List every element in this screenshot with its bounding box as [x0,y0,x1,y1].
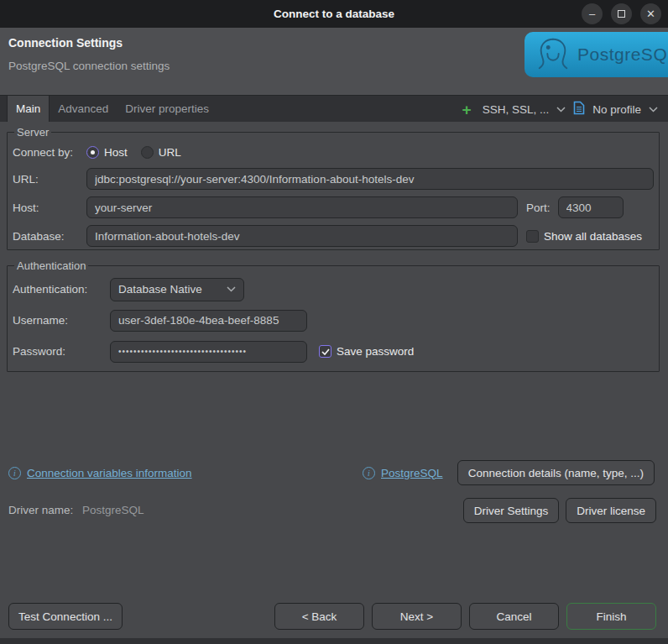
profile-document-icon[interactable] [573,101,585,118]
maximize-icon [618,10,625,18]
save-password-label: Save password [337,345,414,358]
dialog-header: Connection Settings PostgreSQL connectio… [0,28,668,95]
driver-row: Driver name: PostgreSQL Driver Settings … [0,498,668,523]
window-bottom-edge [0,638,668,644]
profile-dropdown[interactable]: No profile [592,103,641,116]
check-icon [321,348,330,355]
connect-dialog: Connect to a database – ✕ Connection Set… [0,0,668,644]
tab-advanced[interactable]: Advanced [50,96,117,122]
postgresql-badge: PostgreSQL [524,32,668,77]
info-icon: i [8,467,21,479]
save-password-checkbox[interactable]: Save password [319,345,414,358]
url-row: URL: [13,165,654,193]
checkbox-checked-icon [319,345,331,358]
username-input[interactable] [110,310,307,332]
postgresql-logo-text: PostgreSQL [577,45,668,65]
chevron-down-icon [227,286,236,292]
connect-by-host-option[interactable]: Host [86,146,128,159]
host-label: Host: [13,202,86,214]
server-group-legend: Server [14,126,51,139]
tab-driver-properties[interactable]: Driver properties [117,96,217,122]
test-connection-button[interactable]: Test Connection ... [8,603,123,630]
links-row: i Connection variables information i Pos… [0,460,668,485]
driver-name-value: PostgreSQL [82,504,144,516]
chevron-down-icon[interactable] [649,107,658,113]
show-all-databases-label: Show all databases [544,230,642,243]
info-icon: i [363,467,375,479]
driver-settings-button[interactable]: Driver Settings [463,498,560,523]
username-row: Username: [13,305,654,336]
authentication-row: Authentication: Database Native [13,274,654,305]
page-subtitle: PostgreSQL connection settings [8,60,170,72]
tab-main[interactable]: Main [7,96,50,122]
server-group: Server Connect by: Host URL URL: Host: [7,126,660,250]
next-button[interactable]: Next > [372,603,462,630]
radio-selected-icon [86,146,99,159]
connection-details-button[interactable]: Connection details (name, type, ...) [457,460,655,485]
page-title: Connection Settings [8,36,123,50]
database-label: Database: [13,230,86,243]
finish-button[interactable]: Finish [566,603,656,630]
show-all-databases-checkbox[interactable]: Show all databases [526,230,654,243]
minimize-button[interactable]: – [582,3,603,24]
close-button[interactable]: ✕ [640,3,661,24]
password-label: Password: [13,345,110,358]
driver-buttons: Driver Settings Driver license [463,498,656,523]
host-input[interactable] [86,196,518,218]
footer-buttons: Test Connection ... < Back Next > Cancel… [0,603,668,630]
back-button[interactable]: < Back [274,603,364,630]
connect-by-label: Connect by: [13,146,86,159]
checkbox-unchecked-icon [526,230,539,243]
wizard-buttons: < Back Next > Cancel Finish [274,603,656,630]
port-label: Port: [526,202,551,214]
authentication-select[interactable]: Database Native [110,278,244,301]
connect-by-radio-group: Host URL [86,146,181,159]
authentication-selected-value: Database Native [118,283,202,296]
cancel-button[interactable]: Cancel [469,603,559,630]
authentication-label: Authentication: [13,283,110,296]
add-network-config-button[interactable]: + [462,102,472,118]
password-row: Password: Save password [13,336,654,367]
titlebar: Connect to a database – ✕ [0,0,668,28]
database-input[interactable] [86,225,518,247]
postgresql-driver-link[interactable]: PostgreSQL [381,467,443,479]
connect-by-row: Connect by: Host URL [13,140,654,165]
database-row: Database: Show all databases [13,222,654,250]
postgresql-elephant-icon [535,35,571,74]
chevron-down-icon[interactable] [556,107,566,113]
close-icon: ✕ [646,8,655,20]
window-title: Connect to a database [274,8,394,20]
minimize-icon: – [589,8,595,20]
driver-license-button[interactable]: Driver license [566,498,656,523]
window-controls: – ✕ [582,3,661,24]
ssh-ssl-dropdown[interactable]: SSH, SSL, ... [483,103,550,116]
authentication-group: Authentication Authentication: Database … [7,259,660,372]
radio-unselected-icon [141,146,154,159]
port-input[interactable] [558,196,624,218]
connection-variables-link[interactable]: Connection variables information [27,467,192,479]
driver-name-label: Driver name: [8,504,73,516]
tabbar-right-tools: + SSH, SSL, ... No profile [462,96,658,123]
authentication-group-legend: Authentication [14,259,88,272]
driver-info-group: i PostgreSQL [363,460,443,485]
connection-variables-group: i Connection variables information [8,460,192,485]
host-row: Host: Port: [13,193,654,222]
connect-by-url-option[interactable]: URL [141,146,181,159]
url-input[interactable] [86,168,654,190]
url-radio-label: URL [159,146,181,159]
port-group: Port: [526,196,654,218]
maximize-button[interactable] [611,3,632,24]
tabbar: Main Advanced Driver properties + SSH, S… [0,95,668,122]
password-input[interactable] [110,341,307,363]
url-label: URL: [13,173,86,186]
host-radio-label: Host [104,146,128,159]
username-label: Username: [13,314,110,327]
